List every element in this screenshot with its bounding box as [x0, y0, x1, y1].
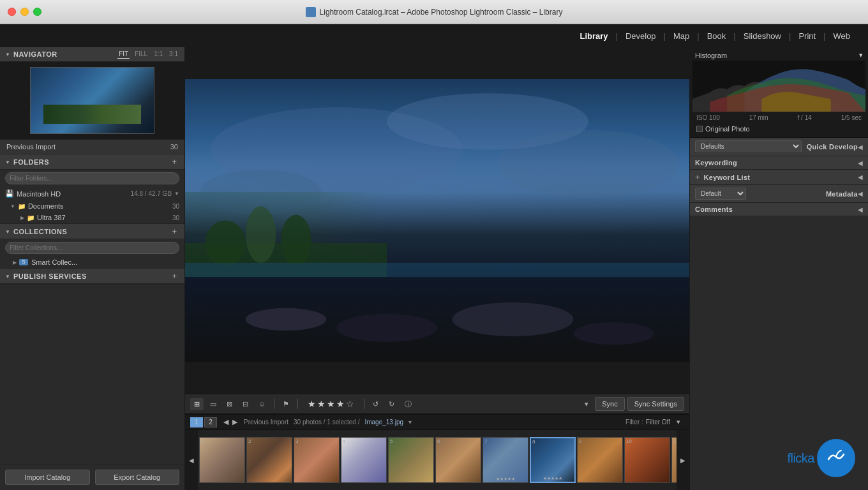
- filmstrip-thumb-9[interactable]: 9: [577, 437, 623, 483]
- folder-icon: 📁: [27, 214, 34, 221]
- hd-item[interactable]: 💾 Macintosh HD 14.8 / 42.7 GB ▼: [0, 187, 184, 200]
- navigator-header[interactable]: ▼ Navigator FIT FILL 1:1 3:1: [0, 47, 184, 62]
- nav-back-button[interactable]: ◀: [222, 417, 230, 427]
- rotate-left-button[interactable]: ↺: [369, 398, 382, 410]
- filename-dropdown-icon[interactable]: ▾: [408, 419, 412, 426]
- view-compare-button[interactable]: ⊠: [223, 398, 236, 410]
- svg-point-10: [246, 308, 326, 330]
- import-catalog-button[interactable]: Import Catalog: [5, 470, 90, 485]
- info-button[interactable]: ⓘ: [401, 397, 415, 411]
- nav-slideshow[interactable]: Slideshow: [738, 29, 786, 43]
- view-3to1[interactable]: 3:1: [168, 50, 179, 59]
- filmstrip-thumb-5[interactable]: 5: [388, 437, 434, 483]
- flicka-logo: [817, 439, 855, 477]
- drive-icon: 💾: [5, 189, 14, 198]
- add-collection-button[interactable]: +: [169, 226, 179, 236]
- original-photo-checkbox[interactable]: [696, 126, 703, 132]
- folders-header[interactable]: ▼ Folders +: [0, 154, 184, 170]
- nav-forward-button[interactable]: ▶: [231, 417, 239, 427]
- page-1-button[interactable]: 1: [190, 417, 203, 427]
- right-panel-collapse[interactable]: ▶: [689, 256, 690, 281]
- folder-icon: 📁: [18, 203, 26, 210]
- filter-flags-button[interactable]: ⚑: [279, 398, 293, 410]
- toolbar-right: ▾ Sync Sync Settings: [581, 397, 684, 411]
- filmstrip-thumb-8[interactable]: 8★★★★★: [530, 437, 576, 483]
- maximize-button[interactable]: [33, 8, 41, 16]
- filmstrip-back-button[interactable]: ◀: [185, 430, 198, 490]
- quick-develop-section[interactable]: Defaults Quick Develop ◀: [690, 138, 868, 156]
- publish-services-header[interactable]: ▼ Publish Services +: [0, 269, 184, 284]
- filmstrip-thumb-10[interactable]: 10: [624, 437, 670, 483]
- title-bar: Lightroom Catalog.lrcat – Adobe Photosho…: [0, 0, 868, 24]
- collections-header[interactable]: ▼ Collections +: [0, 224, 184, 239]
- nav-print[interactable]: Print: [793, 29, 821, 43]
- add-publish-button[interactable]: +: [169, 271, 179, 281]
- main-photo-area[interactable]: [185, 47, 689, 394]
- folder-item-ultra387[interactable]: ▶ 📁 Ultra 387 30: [0, 212, 184, 223]
- filmstrip-thumb-3[interactable]: 3: [294, 437, 340, 483]
- main-layout: ◀ ▼ Navigator FIT FILL 1:1 3:1 Previ: [0, 47, 868, 490]
- keywording-section[interactable]: Keywording ◀: [690, 156, 868, 170]
- rotate-right-button[interactable]: ↻: [385, 398, 398, 410]
- photo-count: 30 photos / 1 selected /: [294, 419, 359, 426]
- view-grid-button[interactable]: ⊞: [190, 398, 204, 410]
- quick-develop-preset-select[interactable]: Defaults: [695, 140, 802, 152]
- filmstrip-thumb-1[interactable]: 1: [199, 437, 245, 483]
- comments-collapse-icon: ◀: [858, 206, 863, 213]
- view-1to1[interactable]: 1:1: [153, 50, 164, 59]
- minimize-button[interactable]: [20, 8, 29, 16]
- smart-collection-item[interactable]: ▶ S Smart Collec...: [0, 256, 184, 268]
- metadata-row: Default: [695, 188, 821, 200]
- toolbar-separator: [364, 399, 364, 409]
- filter-options-button[interactable]: ▾: [673, 416, 684, 428]
- filmstrip: ◀ 1234567★★★★★8★★★★★91011121314151617 ▶: [185, 429, 689, 490]
- metadata-title: Metadata: [826, 190, 858, 198]
- quick-develop-collapse-icon: ◀: [858, 144, 863, 151]
- filter-off-label[interactable]: Filter Off: [646, 419, 670, 426]
- metadata-preset-select[interactable]: Default: [695, 188, 746, 200]
- export-catalog-button[interactable]: Export Catalog: [95, 470, 180, 485]
- add-keyword-icon[interactable]: +: [695, 172, 700, 182]
- page-2-button[interactable]: 2: [204, 417, 217, 427]
- left-sidebar: ◀ ▼ Navigator FIT FILL 1:1 3:1 Previ: [0, 47, 185, 490]
- nav-web[interactable]: Web: [828, 29, 856, 43]
- filmstrip-thumb-2[interactable]: 2: [246, 437, 292, 483]
- sync-button[interactable]: Sync: [595, 397, 624, 411]
- view-survey-button[interactable]: ⊟: [239, 398, 252, 410]
- filename-badge[interactable]: Image_13.jpg: [364, 419, 403, 426]
- view-loupe-button[interactable]: ▭: [206, 398, 220, 410]
- nav-library[interactable]: Library: [574, 29, 613, 43]
- filmstrip-thumb-6[interactable]: 6: [435, 437, 481, 483]
- view-people-button[interactable]: ☺: [255, 398, 269, 410]
- filmstrip-thumb-7[interactable]: 7★★★★★: [483, 437, 528, 483]
- sync-settings-button[interactable]: Sync Settings: [627, 397, 684, 411]
- view-fit[interactable]: FIT: [117, 50, 130, 59]
- navigator-panel: ▼ Navigator FIT FILL 1:1 3:1: [0, 47, 184, 140]
- filter-folders-input[interactable]: [5, 172, 179, 184]
- navigator-thumbnail[interactable]: [30, 67, 154, 134]
- filmstrip-forward-button[interactable]: ▶: [677, 430, 689, 490]
- window-controls: [8, 8, 41, 16]
- close-button[interactable]: [8, 8, 16, 16]
- hist-iso: ISO 100: [696, 114, 720, 121]
- collections-toggle-icon: ▼: [5, 229, 10, 234]
- filter-collections-input[interactable]: [5, 242, 179, 254]
- filmstrip-toolbar: ⊞ ▭ ⊠ ⊟ ☺ ⚑ ★ ★ ★ ★ ☆ ↺ ↻ ⓘ ▾ Sync Sync …: [185, 394, 689, 414]
- view-fill[interactable]: FILL: [133, 50, 149, 59]
- folder-item-documents[interactable]: ▼ 📁 Documents 30: [0, 200, 184, 212]
- metadata-section[interactable]: Default Metadata ◀: [690, 185, 868, 203]
- nav-map[interactable]: Map: [668, 29, 694, 43]
- toolbar-dropdown[interactable]: ▾: [581, 398, 592, 410]
- filmstrip-thumb-11[interactable]: 11: [671, 437, 677, 483]
- comments-section[interactable]: Comments ◀: [690, 203, 868, 216]
- previous-import-row[interactable]: Previous Import 30: [0, 140, 184, 154]
- nav-book[interactable]: Book: [702, 29, 731, 43]
- histogram-header[interactable]: Histogram ▾: [692, 50, 865, 61]
- page-buttons: 1 2: [190, 417, 217, 427]
- add-folder-button[interactable]: +: [169, 157, 179, 167]
- keyword-list-section[interactable]: + Keyword List ◀: [690, 170, 868, 185]
- nav-develop[interactable]: Develop: [620, 29, 661, 43]
- svg-point-7: [246, 206, 276, 263]
- watermark: flicka: [787, 439, 855, 477]
- filmstrip-thumb-4[interactable]: 4: [341, 437, 387, 483]
